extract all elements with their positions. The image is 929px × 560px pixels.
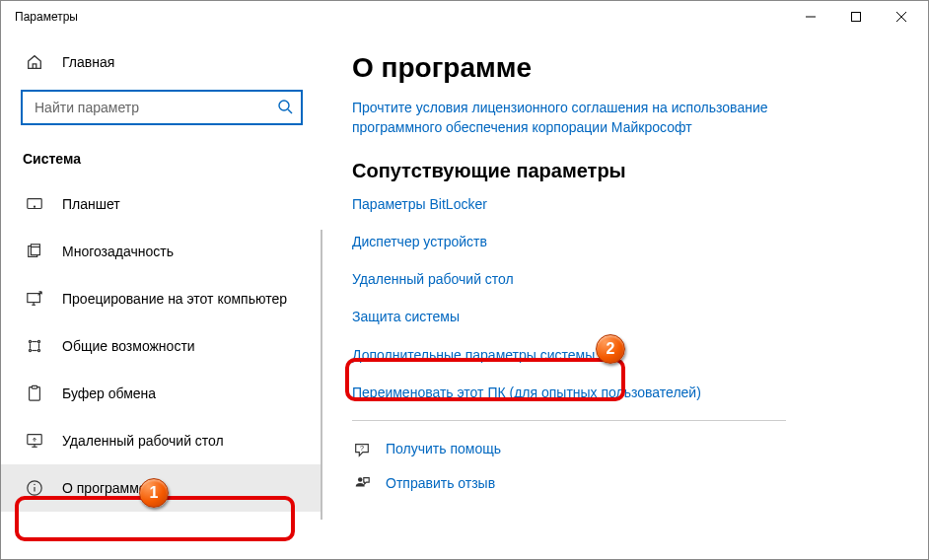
nav-home[interactable]: Главная xyxy=(1,42,322,82)
sidebar-item-label: Многозадачность xyxy=(62,244,174,259)
titlebar: Параметры xyxy=(1,1,928,33)
sidebar-item-label: Удаленный рабочий стол xyxy=(62,433,224,449)
svg-point-15 xyxy=(37,340,39,342)
svg-rect-23 xyxy=(32,385,36,388)
svg-point-14 xyxy=(29,340,31,342)
link-get-help[interactable]: Получить помощь xyxy=(386,439,501,458)
projecting-icon xyxy=(25,290,44,308)
main-panel: О программе Прочтите условия лицензионно… xyxy=(322,33,928,559)
svg-point-31 xyxy=(358,477,363,482)
minimize-button[interactable] xyxy=(788,1,833,33)
clipboard-icon xyxy=(25,385,44,402)
svg-text:?: ? xyxy=(360,443,364,452)
sidebar: Главная Система Планшет xyxy=(1,33,322,559)
divider xyxy=(352,420,786,421)
svg-rect-1 xyxy=(852,13,861,22)
help-icon: ? xyxy=(352,441,372,458)
link-remote-desktop[interactable]: Удаленный рабочий стол xyxy=(352,269,898,289)
sidebar-item-label: Общие возможности xyxy=(62,338,195,354)
svg-rect-22 xyxy=(30,387,40,401)
svg-point-4 xyxy=(279,101,289,110)
search-icon xyxy=(277,99,293,117)
search-input[interactable] xyxy=(21,90,303,125)
sidebar-item-about[interactable]: О программе xyxy=(1,464,322,512)
link-devmgr[interactable]: Диспетчер устройств xyxy=(352,232,898,251)
feedback-icon xyxy=(352,474,372,492)
sidebar-section-label: Система xyxy=(1,133,322,180)
sidebar-item-multitask[interactable]: Многозадачность xyxy=(1,228,322,275)
home-icon xyxy=(25,53,44,71)
info-icon xyxy=(25,479,44,497)
sidebar-item-projecting[interactable]: Проецирование на этот компьютер xyxy=(1,275,322,322)
sidebar-item-label: О программе xyxy=(62,480,147,496)
link-feedback[interactable]: Отправить отзыв xyxy=(386,473,495,493)
link-bitlocker[interactable]: Параметры BitLocker xyxy=(352,194,898,214)
svg-rect-9 xyxy=(31,245,39,255)
multitask-icon xyxy=(25,243,44,260)
tablet-icon xyxy=(25,195,44,213)
window-title: Параметры xyxy=(15,10,788,24)
link-eula[interactable]: Прочтите условия лицензионного соглашени… xyxy=(352,98,786,138)
sidebar-item-label: Планшет xyxy=(62,196,120,212)
remote-icon xyxy=(25,432,44,450)
sidebar-item-label: Буфер обмена xyxy=(62,385,156,401)
shared-icon xyxy=(25,337,44,355)
svg-point-16 xyxy=(29,349,31,351)
sidebar-item-label: Проецирование на этот компьютер xyxy=(62,291,287,307)
svg-point-7 xyxy=(34,206,35,207)
svg-line-5 xyxy=(288,109,292,113)
svg-point-17 xyxy=(37,349,39,351)
page-title: О программе xyxy=(352,52,898,84)
feedback-row[interactable]: Отправить отзыв xyxy=(352,473,898,493)
close-button[interactable] xyxy=(879,1,924,33)
link-system-protection[interactable]: Защита системы xyxy=(352,307,898,326)
sidebar-item-remote[interactable]: Удаленный рабочий стол xyxy=(1,417,322,464)
link-advanced-system[interactable]: Дополнительные параметры системы xyxy=(352,345,898,365)
link-rename-pc[interactable]: Переименовать этот ПК (для опытных польз… xyxy=(352,383,898,402)
svg-point-28 xyxy=(34,484,35,485)
nav-home-label: Главная xyxy=(62,54,114,70)
sidebar-item-tablet[interactable]: Планшет xyxy=(1,180,322,228)
sidebar-item-shared[interactable]: Общие возможности xyxy=(1,322,322,370)
related-heading: Сопутствующие параметры xyxy=(352,160,898,182)
sidebar-item-clipboard[interactable]: Буфер обмена xyxy=(1,370,322,417)
get-help-row[interactable]: ? Получить помощь xyxy=(352,439,898,458)
maximize-button[interactable] xyxy=(833,1,879,33)
search-field[interactable] xyxy=(33,99,277,116)
